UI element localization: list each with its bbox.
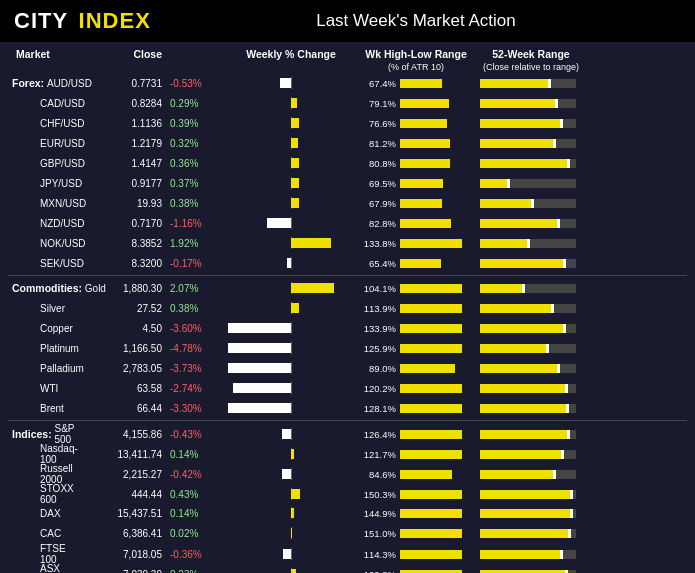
52wk-bar	[476, 199, 586, 208]
main-content: Market Close Weekly % Change Wk High-Low…	[0, 42, 695, 573]
main-container: CITY INDEX Last Week's Market Action Mar…	[0, 0, 695, 573]
market-name: Brent	[40, 403, 64, 414]
range-bar: 109.8%	[356, 569, 476, 574]
market-name: FTSE 100	[40, 543, 78, 565]
market-name: Platinum	[40, 343, 79, 354]
table-row: Indices: S&P 5004,155.86-0.43% 126.4%	[8, 423, 687, 443]
52wk-bar	[476, 324, 586, 333]
52wk-bar	[476, 450, 586, 459]
weekly-bar	[226, 402, 356, 414]
range-bar: 151.0%	[356, 528, 476, 539]
weekly-bar	[226, 548, 356, 560]
table-row: Silver27.520.38% 113.9%	[8, 298, 687, 318]
table-row: ASX 2007,030.300.23% 109.8%	[8, 563, 687, 573]
weekly-bar	[226, 568, 356, 573]
col-subheader-52wk: (Close relative to range)	[476, 62, 586, 72]
52wk-bar	[476, 344, 586, 353]
weekly-bar	[226, 448, 356, 460]
col-header-weekly-label: Weekly % Change	[226, 48, 356, 60]
close-value: 1.4147	[78, 158, 168, 169]
close-value: 1,166.50	[78, 343, 168, 354]
weekly-bar	[226, 507, 356, 519]
pct-change: -3.60%	[168, 323, 226, 334]
pct-change: 1.92%	[168, 238, 226, 249]
range-bar: 125.9%	[356, 343, 476, 354]
table-row: EUR/USD1.21790.32% 81.2%	[8, 133, 687, 153]
52wk-bar	[476, 139, 586, 148]
close-value: 1.2179	[78, 138, 168, 149]
weekly-bar	[226, 137, 356, 149]
52wk-bar	[476, 509, 586, 518]
pct-change: 0.29%	[168, 98, 226, 109]
range-bar: 144.9%	[356, 508, 476, 519]
weekly-bar	[226, 117, 356, 129]
pct-change: -0.43%	[168, 429, 226, 440]
section-label: Commodities:	[12, 282, 82, 294]
table-row: Nasdaq-10013,411.740.14% 121.7%	[8, 443, 687, 463]
range-bar: 89.0%	[356, 363, 476, 374]
column-subheaders: (% of ATR 10) (Close relative to range)	[8, 62, 687, 72]
pct-change: -0.42%	[168, 469, 226, 480]
pct-change: 0.38%	[168, 198, 226, 209]
52wk-bar	[476, 550, 586, 559]
range-bar: 81.2%	[356, 138, 476, 149]
weekly-bar	[226, 428, 356, 440]
52wk-bar	[476, 259, 586, 268]
range-bar: 79.1%	[356, 98, 476, 109]
table-row: CAC6,386.410.02% 151.0%	[8, 523, 687, 543]
range-bar: 114.3%	[356, 549, 476, 560]
weekly-bar	[226, 527, 356, 539]
close-value: 6,386.41	[78, 528, 168, 539]
pct-change: -4.78%	[168, 343, 226, 354]
market-name: S&P 500	[54, 423, 78, 445]
52wk-bar	[476, 284, 586, 293]
52wk-bar	[476, 529, 586, 538]
weekly-bar	[226, 217, 356, 229]
pct-change: 0.39%	[168, 118, 226, 129]
col-header-wkrange: Wk High-Low Range	[356, 48, 476, 60]
close-value: 15,437.51	[78, 508, 168, 519]
market-name: WTI	[40, 383, 58, 394]
pct-change: 0.37%	[168, 178, 226, 189]
section-label: Indices:	[12, 428, 52, 440]
table-row: SEK/USD8.3200-0.17% 65.4%	[8, 253, 687, 273]
table-row: CHF/USD1.11360.39% 76.6%	[8, 113, 687, 133]
col-header-weekly	[168, 48, 226, 60]
table-row: NOK/USD8.38521.92% 133.8%	[8, 233, 687, 253]
close-value: 1,880.30	[78, 283, 168, 294]
weekly-bar	[226, 77, 356, 89]
table-row: CAD/USD0.82840.29% 79.1%	[8, 93, 687, 113]
market-name: JPY/USD	[40, 178, 82, 189]
52wk-bar	[476, 384, 586, 393]
col-header-close: Close	[78, 48, 168, 60]
52wk-bar	[476, 219, 586, 228]
weekly-bar	[226, 257, 356, 269]
52wk-bar	[476, 570, 586, 574]
52wk-bar	[476, 99, 586, 108]
weekly-bar	[226, 177, 356, 189]
close-value: 13,411.74	[78, 449, 168, 460]
table-row: STOXX 600444.440.43% 150.3%	[8, 483, 687, 503]
table-row: JPY/USD0.91770.37% 69.5%	[8, 173, 687, 193]
logo: CITY INDEX	[14, 8, 151, 34]
range-bar: 133.9%	[356, 323, 476, 334]
52wk-bar	[476, 490, 586, 499]
close-value: 27.52	[78, 303, 168, 314]
52wk-bar	[476, 364, 586, 373]
range-bar: 133.8%	[356, 238, 476, 249]
52wk-bar	[476, 470, 586, 479]
weekly-bar	[226, 342, 356, 354]
table-row: Platinum1,166.50-4.78% 125.9%	[8, 338, 687, 358]
table-row: DAX15,437.510.14% 144.9%	[8, 503, 687, 523]
col-subheader-wkrange: (% of ATR 10)	[356, 62, 476, 72]
market-name: STOXX 600	[40, 483, 78, 505]
close-value: 63.58	[78, 383, 168, 394]
header: CITY INDEX Last Week's Market Action	[0, 0, 695, 42]
weekly-bar	[226, 237, 356, 249]
range-bar: 80.8%	[356, 158, 476, 169]
52wk-bar	[476, 159, 586, 168]
range-bar: 76.6%	[356, 118, 476, 129]
pct-change: 0.14%	[168, 449, 226, 460]
close-value: 0.7170	[78, 218, 168, 229]
table-row: NZD/USD0.7170-1.16% 82.8%	[8, 213, 687, 233]
